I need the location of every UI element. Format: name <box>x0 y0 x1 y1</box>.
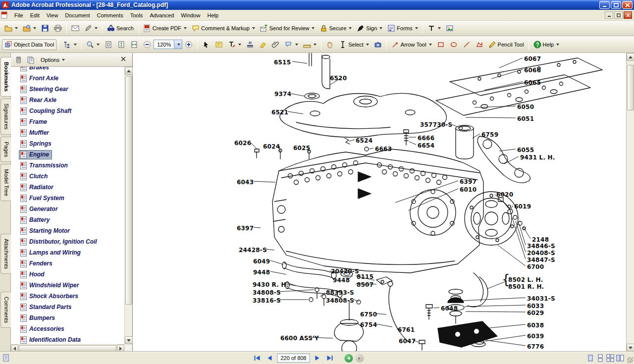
doc-scroll-up-button[interactable] <box>627 53 634 61</box>
menu-view[interactable]: View <box>43 11 62 20</box>
menu-document[interactable]: Document <box>61 11 93 20</box>
tab-signatures[interactable]: Signatures <box>0 99 11 135</box>
bookmark-item[interactable]: Hood <box>11 269 124 280</box>
measuring-tool-button[interactable] <box>301 39 319 50</box>
bookmark-item[interactable]: Muffler <box>11 127 124 138</box>
menu-advanced[interactable]: Advanced <box>146 11 177 20</box>
single-page-icon[interactable] <box>586 354 594 362</box>
search-button[interactable]: Search <box>105 23 136 34</box>
bookmark-item[interactable]: Steering Gear <box>11 84 124 95</box>
next-view-button[interactable] <box>356 354 364 363</box>
snapshot-tool-button[interactable] <box>371 39 384 50</box>
zoom-dropdown-button[interactable] <box>174 40 182 49</box>
scroll-right-button[interactable] <box>117 345 124 352</box>
close-button[interactable] <box>622 1 633 9</box>
minimize-button[interactable] <box>599 1 610 9</box>
bookmark-item[interactable]: Front Axle <box>11 73 124 84</box>
note-tool-button[interactable] <box>212 39 225 50</box>
open-button[interactable] <box>2 23 20 34</box>
previous-view-button[interactable] <box>345 354 353 363</box>
bookmark-item[interactable]: Springs <box>11 138 124 149</box>
expand-bookmarks-icon[interactable] <box>27 56 35 64</box>
pencil-tool-button[interactable]: Pencil Tool <box>486 39 527 50</box>
menu-window[interactable]: Window <box>177 11 204 20</box>
menu-tools[interactable]: Tools <box>127 11 147 20</box>
touchup-text-button[interactable] <box>425 23 443 34</box>
scroll-down-button[interactable] <box>125 336 133 344</box>
previous-page-button[interactable] <box>265 354 275 363</box>
help-button[interactable]: Help <box>531 39 562 50</box>
bookmark-item[interactable]: Bumpers <box>11 312 124 323</box>
arrow-tool-button[interactable]: Arrow Tool <box>389 39 434 50</box>
highlighter-tool-button[interactable] <box>257 39 269 50</box>
bookmark-item[interactable]: Shock Absorbers <box>11 291 124 302</box>
maximize-button[interactable] <box>611 1 621 9</box>
bookmark-item[interactable]: Fenders <box>11 258 124 269</box>
bookmark-item[interactable]: Transmission <box>11 160 124 171</box>
document-vertical-scrollbar[interactable] <box>626 53 634 352</box>
panel-close-icon[interactable] <box>120 56 128 64</box>
text-edits-button[interactable] <box>225 39 244 50</box>
delete-bookmark-icon[interactable] <box>15 56 23 64</box>
organizer-button[interactable] <box>20 23 39 34</box>
bookmark-item[interactable]: Engine <box>11 149 124 160</box>
menu-edit[interactable]: Edit <box>27 11 43 20</box>
doc-minimize-button[interactable] <box>605 11 613 19</box>
bookmark-item[interactable]: Fuel System <box>11 193 124 204</box>
continuous-facing-icon[interactable] <box>606 354 614 362</box>
bookmark-item[interactable]: Identification Data <box>11 334 124 344</box>
stamp-tool-button[interactable] <box>244 39 257 50</box>
fit-page-button[interactable] <box>115 39 128 50</box>
zoom-level-combo[interactable]: 120% <box>154 40 182 49</box>
doc-scroll-down-button[interactable] <box>627 344 634 352</box>
polygon-tool-button[interactable] <box>473 39 486 50</box>
select-object-button[interactable] <box>200 39 212 50</box>
fit-width-button[interactable] <box>128 39 141 50</box>
create-pdf-button[interactable]: Create PDF <box>141 23 189 34</box>
bookmark-item[interactable]: Brakes <box>11 67 124 73</box>
hscroll-thumb[interactable] <box>19 345 116 352</box>
menu-comments[interactable]: Comments <box>94 11 127 20</box>
sign-button[interactable]: Sign <box>354 23 385 34</box>
show-comments-button[interactable] <box>282 39 301 50</box>
menu-help[interactable]: Help <box>204 11 222 20</box>
review-tracker-button[interactable] <box>82 23 100 34</box>
doc-scroll-thumb[interactable] <box>627 65 634 110</box>
tab-comments[interactable]: Comments <box>0 292 11 328</box>
scroll-thumb[interactable] <box>125 76 132 305</box>
select-tool-button[interactable]: Select <box>336 39 371 50</box>
email-button[interactable] <box>69 23 82 34</box>
first-page-button[interactable] <box>253 354 263 363</box>
send-for-review-button[interactable]: Send for Review <box>258 23 317 34</box>
menu-file[interactable]: File <box>11 11 27 20</box>
facing-pages-icon[interactable] <box>616 354 624 362</box>
next-page-button[interactable] <box>313 354 322 363</box>
model-tree-button[interactable] <box>61 39 79 50</box>
forms-button[interactable]: Forms <box>385 23 420 34</box>
bookmark-item[interactable]: Accessories <box>11 323 124 334</box>
bookmark-item[interactable]: Starting Motor <box>11 225 124 236</box>
status-doc-icon[interactable] <box>3 354 11 362</box>
print-button[interactable] <box>52 23 64 34</box>
bookmark-item[interactable]: Frame <box>11 116 124 127</box>
secure-button[interactable]: Secure <box>317 23 354 34</box>
continuous-page-icon[interactable] <box>596 354 604 362</box>
bookmark-item[interactable]: Generator <box>11 204 124 214</box>
bookmark-item[interactable]: Clutch <box>11 171 124 182</box>
attach-file-button[interactable] <box>269 39 282 50</box>
bookmark-item[interactable]: Lamps and Wiring <box>11 247 124 258</box>
bookmark-item[interactable]: Radiator <box>11 182 124 193</box>
last-page-button[interactable] <box>325 354 335 363</box>
bookmark-item[interactable]: Rear Axle <box>11 95 124 105</box>
comment-markup-button[interactable]: Comment & Markup <box>189 23 258 34</box>
object-data-tool-button[interactable]: Object Data Tool <box>2 39 56 50</box>
tab-bookmarks[interactable]: Bookmarks <box>0 57 11 97</box>
hand-tool-button[interactable] <box>323 39 336 50</box>
bookmark-item[interactable]: Distributor, Ignition Coil <box>11 236 124 247</box>
bookmark-item[interactable]: Coupling Shaft <box>11 105 124 116</box>
oval-tool-button[interactable] <box>447 39 460 50</box>
bookmarks-options-button[interactable]: Options <box>39 56 67 64</box>
zoom-in-button[interactable] <box>182 39 195 50</box>
tab-pages[interactable]: Pages <box>0 137 11 162</box>
document-page[interactable]: 6515652093746521606760666065605060513577… <box>133 53 634 352</box>
